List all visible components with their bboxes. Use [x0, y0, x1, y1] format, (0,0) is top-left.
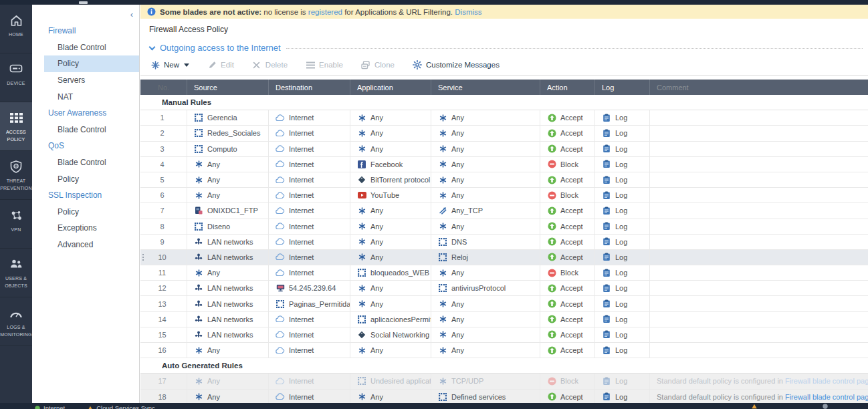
log-icon	[602, 299, 611, 308]
sidebar-item-users-objects[interactable]: USERS & OBJECTS	[0, 249, 32, 297]
firewall-blade-control-link[interactable]: Firewall blade control page	[785, 377, 868, 385]
rule-number: 10	[140, 250, 187, 265]
rule-log: Log	[595, 110, 650, 125]
log-icon	[602, 129, 611, 138]
table-row[interactable]: 15LAN networksInternetSocial NetworkingA…	[140, 327, 868, 343]
sidebar-item-device[interactable]: DEVICE	[0, 53, 32, 102]
rule-action: Block	[540, 188, 595, 202]
group-icon	[194, 129, 203, 138]
table-row[interactable]: 18AnyInternetAnyDefined servicesAcceptLo…	[140, 390, 868, 403]
table-row[interactable]: 3ComputoInternetAnyAnyAcceptLog	[140, 142, 868, 157]
table-row[interactable]: 1GerenciaInternetAnyAnyAcceptLog	[140, 110, 868, 126]
rule-log-label: Log	[615, 223, 627, 231]
nav-section-user-awareness[interactable]: User Awareness	[32, 105, 139, 122]
column-header-comment: Comment	[650, 80, 868, 95]
rule-destination: Internet	[269, 374, 350, 388]
rule-service-label: Any	[451, 176, 464, 184]
rule-application: bloqueados_WEB	[350, 265, 431, 280]
rule-destination: Internet	[269, 312, 350, 327]
new-button[interactable]: New	[150, 60, 189, 70]
nav-item-firewall-blade-control[interactable]: Blade Control	[32, 39, 139, 56]
nav-item-firewall-policy[interactable]: Policy	[44, 55, 139, 72]
rule-destination: Internet	[269, 250, 350, 265]
table-row[interactable]: 5AnyInternetBitTorrent protocolAnyAccept…	[140, 172, 868, 188]
table-row[interactable]: 13LAN networksPaginas_PermitidasAnyAnyAc…	[140, 296, 868, 311]
any-icon	[438, 160, 447, 168]
sidebar-item-threat-prevention[interactable]: THREAT PREVENTION	[0, 151, 32, 200]
rule-log: Log	[595, 172, 650, 187]
nav-item-ssl-inspection-exceptions[interactable]: Exceptions	[32, 220, 139, 237]
rule-application-label: YouTube	[370, 191, 399, 199]
nav-item-ssl-inspection-advanced[interactable]: Advanced	[32, 237, 139, 253]
rule-service-label: Defined services	[451, 393, 506, 401]
firewall-blade-control-link[interactable]: Firewall blade control page	[785, 393, 868, 401]
rule-source: Any	[187, 157, 269, 172]
table-row[interactable]: 4AnyInternetFacebookAnyBlockLog	[140, 157, 868, 172]
sidebar-item-vpn[interactable]: VPN	[0, 200, 32, 249]
caret-down-icon	[184, 63, 189, 67]
section-header[interactable]: Outgoing access to the Internet	[150, 43, 863, 53]
table-row[interactable]: 6AnyInternetYouTubeAnyBlockLog	[140, 188, 868, 203]
rule-log-label: Log	[615, 393, 627, 401]
sidebar-item-access-policy[interactable]: ACCESS POLICY	[0, 102, 32, 151]
sidebar-item-logs-monitoring[interactable]: LOGS & MONITORING	[0, 297, 32, 346]
rule-comment	[650, 126, 868, 140]
rule-service-label: Any	[451, 300, 464, 308]
group-name: Auto Generated Rules	[162, 362, 243, 370]
notification-text-2: for Applications & URL Filtering.	[342, 8, 455, 16]
table-row[interactable]: 8DisenoInternetAnyAnyAcceptLog	[140, 219, 868, 235]
rule-log: Log	[595, 374, 650, 388]
table-row[interactable]: 17AnyInternetUndesired applicati...TCP/U…	[140, 374, 868, 389]
status-gray-icon	[823, 404, 828, 409]
table-header: No.SourceDestinationApplicationServiceAc…	[140, 80, 868, 95]
group-row-auto-generated-rules[interactable]: Auto Generated Rules	[140, 358, 868, 374]
nav-item-firewall-servers[interactable]: Servers	[32, 72, 139, 89]
nav-section-qos[interactable]: QoS	[32, 138, 139, 154]
group-row-manual-rules[interactable]: Manual Rules	[140, 95, 868, 110]
cloud-icon	[276, 269, 285, 277]
network-icon	[194, 299, 203, 308]
rule-service-label: TCP/UDP	[451, 377, 483, 385]
section-divider	[286, 48, 863, 49]
rule-destination-label: Internet	[289, 253, 314, 261]
rule-application: Any	[350, 126, 431, 140]
nav-item-user-awareness-blade-control[interactable]: Blade Control	[32, 122, 139, 138]
customize-messages-button[interactable]: Customize Messages	[413, 60, 500, 70]
table-row[interactable]: 10LAN networksInternetAnyRelojAcceptLog	[140, 250, 868, 265]
rule-log-label: Log	[615, 191, 627, 199]
table-row[interactable]: 7ONIXDC1_FTPInternetAnyAny_TCPAcceptLog	[140, 203, 868, 219]
rule-destination: Internet	[269, 235, 350, 249]
nav-item-qos-policy[interactable]: Policy	[32, 170, 139, 187]
nav-section-ssl-inspection[interactable]: SSL Inspection	[32, 187, 139, 204]
registered-link[interactable]: registered	[308, 8, 342, 16]
table-row[interactable]: 14LAN networksInternetaplicacionesPermit…	[140, 312, 868, 327]
nav-item-ssl-inspection-policy[interactable]: Policy	[32, 204, 139, 221]
nav-section-firewall[interactable]: Firewall	[32, 23, 139, 39]
rule-destination-label: Paginas_Permitidas	[289, 300, 350, 308]
rule-destination: Internet	[269, 126, 350, 140]
cloud-icon	[276, 160, 285, 168]
log-icon	[602, 144, 611, 153]
rule-action: Accept	[540, 327, 595, 342]
tcp-icon	[438, 207, 447, 215]
table-row[interactable]: 2Redes_SocialesInternetAnyAnyAcceptLog	[140, 126, 868, 141]
nav-item-firewall-nat[interactable]: NAT	[32, 88, 139, 105]
clone-icon	[361, 60, 370, 70]
table-row[interactable]: 16AnyInternetAnyAnyAcceptLog	[140, 343, 868, 358]
device-icon	[9, 62, 23, 76]
table-row[interactable]: 9LAN networksInternetAnyDNSAcceptLog	[140, 235, 868, 250]
block-icon	[547, 269, 556, 277]
rule-comment	[650, 188, 868, 202]
rule-service: Defined services	[431, 390, 540, 403]
group-icon	[357, 377, 366, 386]
rule-number: 15	[140, 327, 187, 342]
collapse-nav-icon[interactable]: ‹	[130, 10, 133, 19]
nav-item-qos-blade-control[interactable]: Blade Control	[32, 154, 139, 171]
table-row[interactable]: 11AnyInternetbloqueados_WEBAnyBlockLog	[140, 265, 868, 281]
column-header-service: Service	[431, 80, 540, 95]
sidebar-item-home[interactable]: HOME	[0, 5, 32, 53]
any-icon	[194, 160, 203, 168]
table-row[interactable]: 12LAN networks54.245.239.64AnyantivirusP…	[140, 281, 868, 296]
dismiss-link[interactable]: Dismiss	[455, 8, 481, 16]
rule-service: Any_TCP	[431, 203, 540, 218]
